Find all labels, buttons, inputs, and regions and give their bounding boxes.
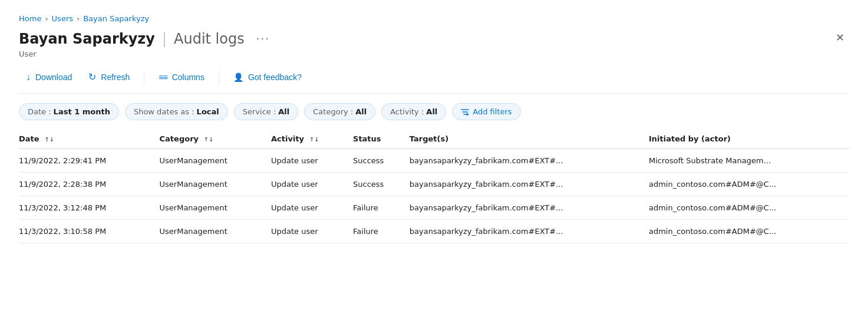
add-filters-label: Add filters (473, 107, 511, 116)
col-header-status: Status (353, 130, 410, 149)
close-button[interactable]: ✕ (831, 30, 849, 45)
breadcrumb-home[interactable]: Home (19, 14, 41, 23)
table-row[interactable]: 11/9/2022, 2:29:41 PM UserManagement Upd… (19, 149, 849, 173)
refresh-button[interactable]: Refresh (81, 68, 137, 86)
download-icon (26, 72, 31, 83)
col-header-targets: Target(s) (410, 130, 649, 149)
more-options-button[interactable]: ··· (252, 30, 275, 47)
show-dates-filter-chip[interactable]: Show dates as : Local (125, 103, 228, 120)
toolbar-separator-2 (219, 70, 219, 84)
table-row[interactable]: 11/3/2022, 3:12:48 PM UserManagement Upd… (19, 196, 849, 220)
cell-activity-2: Update user (271, 196, 353, 220)
cell-date-1: 11/9/2022, 2:28:38 PM (19, 173, 160, 196)
cell-activity-3: Update user (271, 220, 353, 243)
cell-category-3: UserManagement (160, 220, 271, 243)
cell-targets-3: bayansaparkyzy_fabrikam.com#EXT#... (410, 220, 649, 243)
activity-filter-label: Activity : (390, 107, 424, 116)
columns-label: Columns (172, 72, 204, 82)
show-dates-filter-label: Show dates as : (134, 107, 194, 116)
cell-activity-0: Update user (271, 149, 353, 173)
feedback-label: Got feedback? (248, 72, 302, 82)
cell-actor-2: admin_contoso.com#ADM#@C... (649, 196, 849, 220)
audit-log-table: Date ↑↓ Category ↑↓ Activity ↑↓ Status T… (19, 130, 849, 243)
download-label: Download (35, 72, 72, 82)
breadcrumb-users[interactable]: Users (52, 14, 73, 23)
toolbar: Download Refresh Columns Got feedback? (19, 61, 849, 94)
category-filter-label: Category : (313, 107, 353, 116)
user-name-title: Bayan Saparkyzy (19, 31, 155, 47)
col-header-activity: Activity ↑↓ (271, 130, 353, 149)
cell-status-2: Failure (353, 196, 410, 220)
refresh-icon (88, 71, 96, 83)
activity-filter-value: All (426, 107, 437, 116)
cell-category-0: UserManagement (160, 149, 271, 173)
activity-filter-chip[interactable]: Activity : All (381, 103, 446, 120)
date-filter-label: Date : (28, 107, 51, 116)
page-title-area: Bayan Saparkyzy | Audit logs ··· User (19, 30, 275, 58)
page-title: Bayan Saparkyzy | Audit logs ··· (19, 30, 275, 47)
cell-date-2: 11/3/2022, 3:12:48 PM (19, 196, 160, 220)
cell-date-3: 11/3/2022, 3:10:58 PM (19, 220, 160, 243)
add-filters-button[interactable]: Add filters (452, 103, 520, 120)
title-divider: | (162, 31, 167, 47)
cell-status-0: Success (353, 149, 410, 173)
date-filter-value: Last 1 month (54, 107, 110, 116)
table-row[interactable]: 11/3/2022, 3:10:58 PM UserManagement Upd… (19, 220, 849, 243)
breadcrumb-sep-2: › (77, 14, 80, 23)
columns-icon (159, 72, 167, 82)
col-header-category: Category ↑↓ (160, 130, 271, 149)
cell-actor-0: Microsoft Substrate Managem... (649, 149, 849, 173)
cell-targets-1: bayansaparkyzy_fabrikam.com#EXT#... (410, 173, 649, 196)
breadcrumb-user[interactable]: Bayan Saparkyzy (83, 14, 149, 23)
category-filter-chip[interactable]: Category : All (304, 103, 375, 120)
refresh-label: Refresh (101, 72, 130, 82)
service-filter-chip[interactable]: Service : All (234, 103, 299, 120)
show-dates-filter-value: Local (197, 107, 219, 116)
feedback-icon (233, 72, 243, 82)
cell-targets-0: bayansaparkyzy_fabrikam.com#EXT#... (410, 149, 649, 173)
columns-button[interactable]: Columns (151, 69, 212, 85)
add-filter-icon (461, 108, 469, 116)
cell-actor-3: admin_contoso.com#ADM#@C... (649, 220, 849, 243)
activity-sort-icon[interactable]: ↑↓ (309, 137, 319, 143)
cell-status-1: Success (353, 173, 410, 196)
cell-category-2: UserManagement (160, 196, 271, 220)
col-header-actor: Initiated by (actor) (649, 130, 849, 149)
table-row[interactable]: 11/9/2022, 2:28:38 PM UserManagement Upd… (19, 173, 849, 196)
cell-status-3: Failure (353, 220, 410, 243)
breadcrumb: Home › Users › Bayan Saparkyzy (19, 14, 849, 23)
col-header-date: Date ↑↓ (19, 130, 160, 149)
cell-targets-2: bayansaparkyzy_fabrikam.com#EXT#... (410, 196, 649, 220)
breadcrumb-sep-1: › (45, 14, 48, 23)
cell-actor-1: admin_contoso.com#ADM#@C... (649, 173, 849, 196)
page-header: Bayan Saparkyzy | Audit logs ··· User ✕ (19, 30, 849, 58)
cell-activity-1: Update user (271, 173, 353, 196)
service-filter-value: All (278, 107, 289, 116)
page-subtitle: User (19, 50, 275, 58)
page-name: Audit logs (174, 31, 245, 47)
service-filter-label: Service : (243, 107, 276, 116)
date-sort-icon[interactable]: ↑↓ (44, 137, 54, 143)
table-header-row: Date ↑↓ Category ↑↓ Activity ↑↓ Status T… (19, 130, 849, 149)
category-sort-icon[interactable]: ↑↓ (204, 137, 214, 143)
cell-category-1: UserManagement (160, 173, 271, 196)
cell-date-0: 11/9/2022, 2:29:41 PM (19, 149, 160, 173)
date-filter-chip[interactable]: Date : Last 1 month (19, 103, 119, 120)
category-filter-value: All (355, 107, 367, 116)
feedback-button[interactable]: Got feedback? (226, 69, 309, 85)
toolbar-separator-1 (144, 70, 144, 84)
filter-row: Date : Last 1 month Show dates as : Loca… (19, 103, 849, 120)
download-button[interactable]: Download (19, 68, 79, 86)
